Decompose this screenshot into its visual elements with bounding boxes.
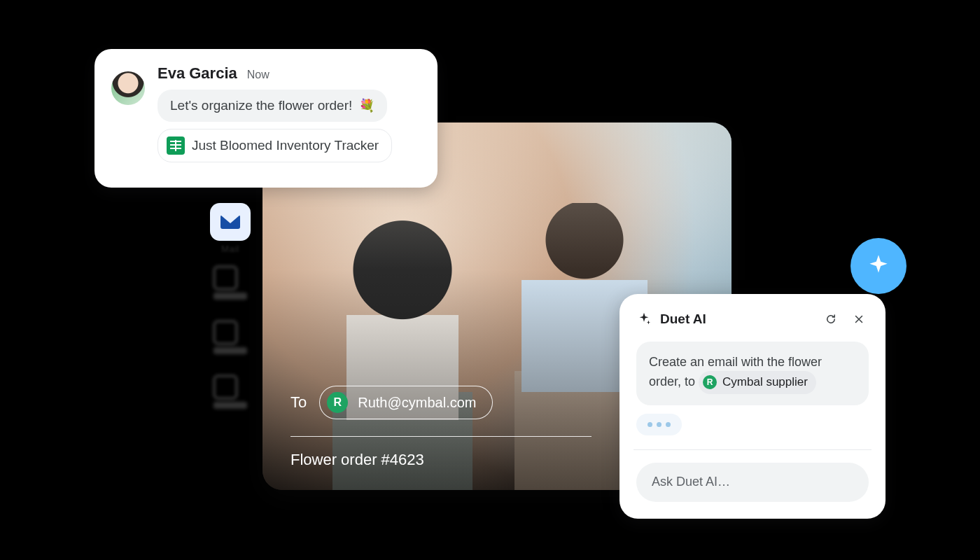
sparkle-icon — [865, 253, 892, 279]
duet-input-placeholder: Ask Duet AI… — [652, 475, 730, 489]
refresh-icon — [825, 313, 837, 326]
sender-name: Eva Garcia — [158, 64, 237, 83]
duet-divider — [634, 449, 872, 450]
sender-avatar — [111, 71, 145, 105]
close-icon — [853, 313, 865, 326]
chat-notification-card[interactable]: Eva Garcia Now Let's organize the flower… — [94, 49, 438, 188]
supplier-chip[interactable]: R Cymbal supplier — [699, 371, 816, 394]
email-subject[interactable]: Flower order #4623 — [290, 451, 592, 469]
recipient-chip[interactable]: R Ruth@cymbal.com — [319, 386, 492, 419]
chat-message-bubble: Let's organize the flower order! 💐 — [158, 90, 387, 122]
duet-input[interactable]: Ask Duet AI… — [636, 463, 869, 502]
email-to-label: To — [290, 393, 307, 412]
duet-ai-panel: Duet AI Create an email with the flower … — [620, 294, 886, 519]
bouquet-emoji: 💐 — [359, 98, 374, 113]
email-to-row: To R Ruth@cymbal.com — [290, 386, 592, 437]
supplier-name: Cymbal supplier — [722, 374, 808, 391]
sparkle-badge[interactable] — [850, 238, 906, 294]
recipient-address: Ruth@cymbal.com — [358, 395, 476, 411]
supplier-avatar: R — [703, 375, 717, 389]
mail-app-label: Mail — [210, 244, 251, 254]
close-button[interactable] — [849, 309, 869, 329]
sparkle-icon — [636, 312, 652, 327]
attachment-chip[interactable]: Just Bloomed Inventory Tracker — [158, 129, 392, 162]
chat-message-text: Let's organize the flower order! — [170, 98, 352, 113]
attachment-name: Just Bloomed Inventory Tracker — [192, 138, 379, 153]
email-compose-overlay: To R Ruth@cymbal.com Flower order #4623 — [290, 386, 592, 469]
mail-icon — [220, 215, 240, 229]
sheets-icon — [167, 136, 185, 155]
refresh-button[interactable] — [821, 309, 841, 329]
mail-app-icon[interactable] — [210, 203, 251, 241]
message-timestamp: Now — [247, 69, 270, 81]
duet-user-prompt: Create an email with the flower order, t… — [636, 342, 869, 405]
duet-typing-indicator — [636, 414, 682, 435]
duet-title: Duet AI — [660, 312, 813, 327]
side-rail-blurred — [214, 266, 247, 409]
recipient-avatar: R — [327, 392, 348, 413]
